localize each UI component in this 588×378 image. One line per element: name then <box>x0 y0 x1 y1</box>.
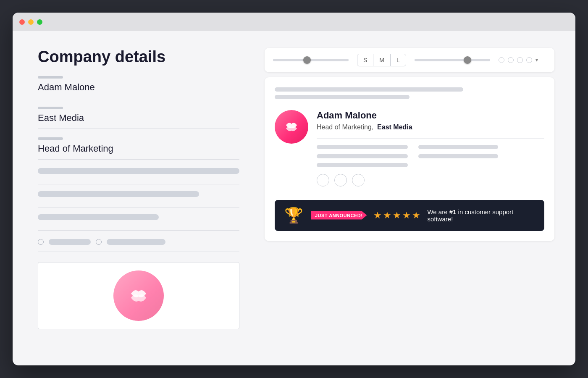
radio-button-2[interactable] <box>96 239 102 245</box>
card-social <box>317 174 544 186</box>
role-value: Head of Marketing <box>38 143 239 160</box>
card-meta-rows <box>317 144 544 167</box>
dot-2[interactable] <box>508 57 514 63</box>
star-1: ★ <box>373 210 382 221</box>
card-name: Adam Malone <box>317 110 544 121</box>
size-controls-bar: S M L ▾ <box>265 48 554 72</box>
slider-left[interactable] <box>273 59 349 61</box>
star-3: ★ <box>393 210 401 221</box>
role-field-group: Head of Marketing <box>38 137 239 166</box>
banner-text: We are #1 in customer support software! <box>427 208 536 223</box>
close-button[interactable] <box>19 19 25 25</box>
card-meta-row-3 <box>317 163 544 167</box>
card-info: Adam Malone Head of Marketing, East Medi… <box>317 110 544 186</box>
maximize-button[interactable] <box>37 19 42 25</box>
placeholder-field-1 <box>38 168 239 184</box>
role-label-bar <box>38 137 63 140</box>
card-avatar <box>275 110 308 144</box>
radio-button-1[interactable] <box>38 239 44 245</box>
name-field-group: Adam Malone <box>38 76 239 105</box>
social-icon-2[interactable] <box>334 174 347 186</box>
social-icon-3[interactable] <box>352 174 365 186</box>
star-5: ★ <box>412 210 420 221</box>
dot-1[interactable] <box>499 57 504 63</box>
company-value: East Media <box>38 113 239 129</box>
avatar-circle <box>113 270 164 321</box>
placeholder-field-3 <box>38 214 239 231</box>
trophy-icon: 🏆 <box>284 207 303 224</box>
content-area: Company details Adam Malone East Media H… <box>13 31 575 365</box>
stars-area: ★ ★ ★ ★ ★ <box>373 210 420 221</box>
meta-bar <box>317 145 408 149</box>
size-btn-s[interactable]: S <box>357 54 373 66</box>
placeholder-bar <box>38 214 159 220</box>
name-label-bar <box>38 76 63 79</box>
company-field-group: East Media <box>38 107 239 136</box>
name-value: Adam Malone <box>38 82 239 98</box>
meta-bar <box>418 154 498 158</box>
card-meta-row-1 <box>317 144 544 150</box>
social-icon-1[interactable] <box>317 174 329 186</box>
slider-thumb-right[interactable] <box>464 56 471 64</box>
control-pill-1 <box>49 239 91 245</box>
meta-bar <box>317 163 408 167</box>
card-company: East Media <box>377 123 412 131</box>
company-label-bar <box>38 107 63 109</box>
star-2: ★ <box>383 210 391 221</box>
card-header-bar-1 <box>275 87 463 92</box>
announcement-banner: 🏆 JUST ANNOUNCED! ★ ★ ★ ★ ★ We are #1 in… <box>275 200 544 231</box>
page-title: Company details <box>38 48 239 66</box>
chevron-down-icon[interactable]: ▾ <box>536 57 538 63</box>
browser-window: Company details Adam Malone East Media H… <box>13 13 575 365</box>
slider-right[interactable] <box>415 59 490 61</box>
card-header-bar-2 <box>275 95 410 99</box>
dot-3[interactable] <box>517 57 523 63</box>
meta-separator <box>413 154 414 159</box>
card-role: Head of Marketing, <box>317 123 373 131</box>
card-subtitle: Head of Marketing, East Media <box>317 123 544 131</box>
ribbon-badge: JUST ANNOUNCED! <box>311 211 367 220</box>
title-bar <box>13 13 575 31</box>
card-main: Adam Malone Head of Marketing, East Medi… <box>275 110 544 186</box>
bottom-controls <box>38 239 239 252</box>
card-meta-row-2 <box>317 154 544 159</box>
right-panel: S M L ▾ <box>265 48 554 349</box>
placeholder-field-2 <box>38 191 239 207</box>
meta-bar <box>418 145 498 149</box>
card-header-bars <box>275 87 544 102</box>
placeholder-bar <box>38 191 199 197</box>
meta-bar <box>317 154 408 158</box>
card-avatar-waves-icon <box>282 118 301 136</box>
left-panel: Company details Adam Malone East Media H… <box>38 48 239 349</box>
banner-main-text: We are <box>427 208 449 215</box>
trophy-area: 🏆 <box>283 207 304 224</box>
card-preview: Adam Malone Head of Marketing, East Medi… <box>265 77 554 241</box>
size-btn-l[interactable]: L <box>391 54 406 66</box>
dot-controls: ▾ <box>499 57 538 63</box>
star-4: ★ <box>402 210 411 221</box>
size-btn-m[interactable]: M <box>373 54 391 66</box>
slider-thumb-left[interactable] <box>303 56 311 64</box>
control-pill-2 <box>107 239 165 245</box>
size-button-group: S M L <box>357 54 406 66</box>
placeholder-bar <box>38 168 239 174</box>
meta-separator <box>413 144 414 150</box>
card-divider <box>317 138 544 139</box>
avatar-preview <box>38 262 239 329</box>
banner-highlight: #1 <box>449 208 457 215</box>
logo-waves-icon <box>126 283 151 308</box>
dot-4[interactable] <box>526 57 532 63</box>
minimize-button[interactable] <box>28 19 34 25</box>
